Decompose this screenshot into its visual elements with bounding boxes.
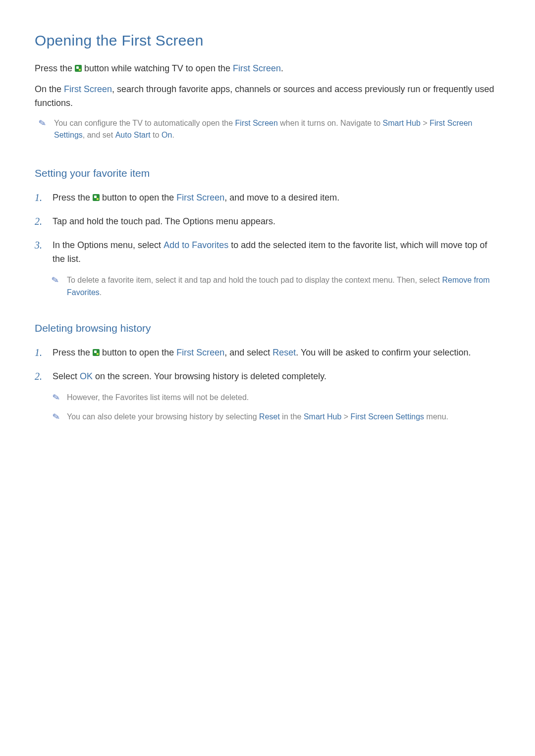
pencil-icon: ✎ [38,117,49,142]
link-reset: Reset [259,412,280,421]
smart-hub-icon [93,349,100,356]
pencil-icon: ✎ [52,391,61,404]
intro-paragraph-2: On the First Screen, search through favo… [35,83,500,110]
text: , and select [224,348,272,357]
step-text: Select OK on the screen. Your browsing h… [53,370,500,384]
step-item: 2. Tap and hold the touch pad. The Optio… [35,215,500,229]
text: when it turns on. Navigate to [278,119,383,127]
step-text: In the Options menu, select Add to Favor… [53,239,500,266]
link-first-screen: First Screen [64,84,112,94]
step-number: 2. [35,370,44,430]
note-text: To delete a favorite item, select it and… [67,274,496,299]
steps-favorite: 1. Press the button to open the First Sc… [35,191,500,305]
step-item: 2. Select OK on the screen. Your browsin… [35,370,500,430]
text: . [172,131,174,139]
text: . [100,288,102,297]
section-heading-favorite: Setting your favorite item [35,167,500,179]
text: You can configure the TV to automaticall… [54,119,235,127]
page-title: Opening the First Screen [35,32,500,49]
text: in the [280,412,304,421]
step-number: 3. [35,239,44,305]
text: In the Options menu, select [53,240,163,250]
note-reset-menu: ✎ You can also delete your browsing hist… [53,411,500,423]
text: . [281,63,283,73]
text: To delete a favorite item, select it and… [67,276,442,284]
note-remove-favorite: ✎ To delete a favorite item, select it a… [53,274,500,299]
smart-hub-icon [75,65,82,72]
step-item: 1. Press the button to open the First Sc… [35,191,500,205]
link-first-screen: First Screen [235,119,278,127]
text: menu. [424,412,448,421]
text: On the [35,84,64,94]
text: You can also delete your browsing histor… [67,412,259,421]
link-first-screen-settings: First Screen Settings [351,412,425,421]
text: to [151,131,161,139]
step-number: 2. [35,215,44,229]
link-on: On [161,131,172,139]
link-smart-hub: Smart Hub [383,119,421,127]
text: button while watching TV to open the [84,63,233,73]
text: Press the [53,193,93,202]
link-first-screen: First Screen [176,193,224,202]
separator: > [421,119,429,127]
steps-delete: 1. Press the button to open the First Sc… [35,346,500,430]
text: , and set [83,131,115,139]
note-text: However, the Favorites list items will n… [67,392,249,404]
section-heading-delete: Deleting browsing history [35,322,500,334]
step-text: Tap and hold the touch pad. The Options … [53,215,500,229]
text: Press the [53,348,93,357]
step-item: 1. Press the button to open the First Sc… [35,346,500,360]
pencil-icon: ✎ [52,410,61,424]
separator: > [341,412,350,421]
link-add-to-favorites: Add to Favorites [163,240,228,250]
step-item: 3. In the Options menu, select Add to Fa… [35,239,500,305]
intro-paragraph-1: Press the button while watching TV to op… [35,62,500,76]
link-ok: OK [80,371,93,381]
pencil-icon: ✎ [51,274,62,299]
step-number: 1. [35,346,44,360]
text: Select [53,371,80,381]
step-number: 1. [35,191,44,205]
text: Press the [35,63,75,73]
note-text: You can configure the TV to automaticall… [54,117,496,142]
note-text: You can also delete your browsing histor… [67,411,448,423]
step-text: Press the button to open the First Scree… [53,191,500,205]
text: . You will be asked to confirm your sele… [296,348,471,357]
smart-hub-icon [93,194,100,201]
link-reset: Reset [272,348,296,357]
text: on the screen. Your browsing history is … [93,371,326,381]
step-text: Press the button to open the First Scree… [53,346,500,360]
link-first-screen: First Screen [233,63,281,73]
note-auto-start: ✎ You can configure the TV to automatica… [40,117,500,142]
note-favorites-not-deleted: ✎ However, the Favorites list items will… [53,392,500,404]
link-auto-start: Auto Start [115,131,151,139]
document-page: Opening the First Screen Press the butto… [0,0,535,482]
link-first-screen: First Screen [176,348,224,357]
link-smart-hub: Smart Hub [304,412,341,421]
text: button to open the [100,348,176,357]
text: button to open the [100,193,176,202]
text: , and move to a desired item. [224,193,339,202]
